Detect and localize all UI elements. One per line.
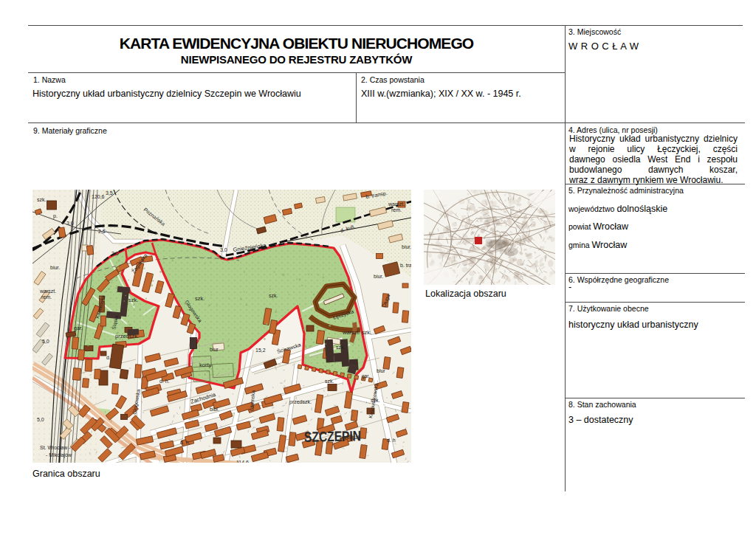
svg-text:3,0: 3,0	[220, 247, 227, 252]
svg-text:korty: korty	[199, 362, 212, 368]
svg-text:120,6: 120,6	[92, 194, 105, 199]
svg-text:przedszk.: przedszk.	[289, 399, 312, 405]
svg-text:szk.: szk.	[336, 345, 346, 350]
svg-text:bibl.: bibl.	[210, 407, 219, 412]
svg-text:3,0: 3,0	[66, 221, 74, 226]
svg-text:gar.: gar.	[362, 373, 370, 379]
svg-text:szk.: szk.	[128, 297, 138, 303]
svg-text:warszt.: warszt.	[39, 289, 56, 294]
svg-text:biur: biur	[377, 368, 385, 373]
svg-text:St. Wrocław -: St. Wrocław -	[40, 445, 71, 450]
svg-text:SZCZEPIN: SZCZEPIN	[304, 428, 361, 446]
svg-text:114,6: 114,6	[236, 460, 249, 463]
svg-text:biur.: biur.	[374, 274, 383, 279]
svg-text:rem.: rem.	[41, 294, 52, 300]
svg-text:szk.: szk.	[325, 379, 334, 384]
svg-text:p.: p.	[53, 213, 58, 219]
svg-text:d. h.: d. h.	[180, 440, 190, 445]
svg-text:rem.: rem.	[391, 207, 402, 213]
svg-text:szk.: szk.	[269, 293, 278, 298]
svg-text:5,0: 5,0	[42, 339, 49, 344]
svg-text:warszt. szk.: warszt. szk.	[342, 329, 371, 336]
svg-text:gar.: gar.	[74, 325, 83, 331]
svg-text:2,5: 2,5	[98, 229, 106, 234]
svg-text:- Mikołajów: - Mikołajów	[46, 452, 72, 458]
svg-text:d.: d.	[106, 355, 111, 360]
svg-text:d. h.: d. h.	[159, 379, 170, 384]
svg-text:przedszk.: przedszk.	[115, 333, 139, 339]
svg-text:15,2: 15,2	[255, 348, 266, 353]
svg-text:3,5: 3,5	[111, 251, 119, 256]
svg-text:szk.: szk.	[371, 398, 380, 403]
svg-text:warszt.: warszt.	[388, 201, 405, 207]
svg-text:d. h: d. h	[387, 438, 396, 443]
svg-text:3,5: 3,5	[106, 190, 113, 196]
svg-text:5,0: 5,0	[37, 417, 44, 422]
svg-text:szk.: szk.	[37, 197, 47, 202]
svg-text:biur.: biur.	[402, 244, 411, 249]
svg-text:biur.: biur.	[50, 265, 60, 270]
svg-text:biur: biur	[210, 347, 219, 352]
svg-text:b. transp.: b. transp.	[400, 263, 411, 269]
svg-text:szk.: szk.	[195, 295, 205, 302]
